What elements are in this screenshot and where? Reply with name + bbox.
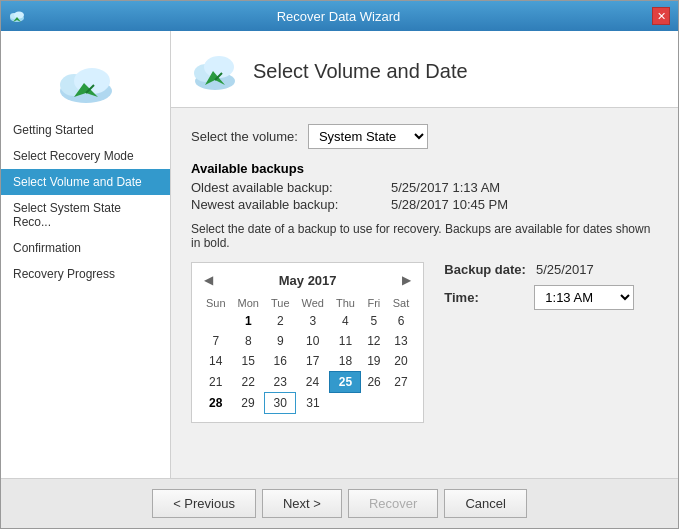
oldest-label: Oldest available backup: [191,180,371,195]
calendar-day[interactable]: 31 [296,393,330,414]
volume-label: Select the volume: [191,129,298,144]
calendar-day[interactable]: 29 [232,393,265,414]
newest-label: Newest available backup: [191,197,371,212]
calendar-date-section: ◀ May 2017 ▶ SunMonTueWedThuFriSat123456… [191,262,658,423]
svg-point-2 [14,12,24,19]
time-select[interactable]: 1:13 AM10:45 PM [534,285,634,310]
calendar-day[interactable]: 28 [200,393,232,414]
calendar-day[interactable]: 7 [200,331,232,351]
calendar-next-button[interactable]: ▶ [398,271,415,289]
calendar-day[interactable]: 8 [232,331,265,351]
calendar-day[interactable]: 24 [296,372,330,393]
time-row: Time: 1:13 AM10:45 PM [444,285,634,310]
calendar-day[interactable]: 1 [232,311,265,331]
calendar-day[interactable]: 11 [330,331,361,351]
calendar-day[interactable]: 27 [387,372,416,393]
sidebar-item-getting-started[interactable]: Getting Started [1,117,170,143]
header-cloud-icon [191,47,239,95]
instruction-text: Select the date of a backup to use for r… [191,222,658,250]
app-icon [9,8,25,24]
backup-date-row: Backup date: 5/25/2017 [444,262,634,277]
calendar-day [361,393,387,414]
calendar-day[interactable]: 12 [361,331,387,351]
calendar-grid: SunMonTueWedThuFriSat1234567891011121314… [200,295,415,414]
calendar-day[interactable]: 22 [232,372,265,393]
cal-header-thu: Thu [330,295,361,311]
calendar-day[interactable]: 9 [265,331,296,351]
calendar-day[interactable]: 30 [265,393,296,414]
newest-value: 5/28/2017 10:45 PM [391,197,508,212]
footer-buttons: < Previous Next > Recover Cancel [1,478,678,528]
content-area: Getting StartedSelect Recovery ModeSelec… [1,31,678,478]
volume-select[interactable]: System StateLocal Disk (C:)Local Disk (D… [308,124,428,149]
newest-backup-row: Newest available backup: 5/28/2017 10:45… [191,197,658,212]
calendar-day[interactable]: 19 [361,351,387,372]
calendar-day[interactable]: 4 [330,311,361,331]
calendar-month-year: May 2017 [279,273,337,288]
calendar-day[interactable]: 18 [330,351,361,372]
calendar-day[interactable]: 14 [200,351,232,372]
sidebar-item-recovery-progress[interactable]: Recovery Progress [1,261,170,287]
title-bar: Recover Data Wizard ✕ [1,1,678,31]
calendar-day[interactable]: 25 [330,372,361,393]
oldest-value: 5/25/2017 1:13 AM [391,180,500,195]
calendar-day [387,393,416,414]
sidebar-item-select-recovery-mode[interactable]: Select Recovery Mode [1,143,170,169]
backup-date-label: Backup date: [444,262,526,277]
calendar: ◀ May 2017 ▶ SunMonTueWedThuFriSat123456… [191,262,424,423]
backup-info-title: Available backups [191,161,658,176]
calendar-day[interactable]: 26 [361,372,387,393]
calendar-day[interactable]: 23 [265,372,296,393]
calendar-day[interactable]: 2 [265,311,296,331]
volume-row: Select the volume: System StateLocal Dis… [191,124,658,149]
cal-header-sun: Sun [200,295,232,311]
window-title: Recover Data Wizard [25,9,652,24]
calendar-day[interactable]: 3 [296,311,330,331]
calendar-day[interactable]: 13 [387,331,416,351]
calendar-day[interactable]: 20 [387,351,416,372]
wizard-window: Recover Data Wizard ✕ Getting StartedSel… [0,0,679,529]
sidebar: Getting StartedSelect Recovery ModeSelec… [1,31,171,478]
calendar-day[interactable]: 21 [200,372,232,393]
calendar-day [330,393,361,414]
cal-header-sat: Sat [387,295,416,311]
close-button[interactable]: ✕ [652,7,670,25]
backup-date-value: 5/25/2017 [536,262,594,277]
calendar-day[interactable]: 17 [296,351,330,372]
page-title: Select Volume and Date [253,60,468,83]
sidebar-cloud-icon [56,57,116,105]
sidebar-item-select-volume-date[interactable]: Select Volume and Date [1,169,170,195]
calendar-day[interactable]: 15 [232,351,265,372]
previous-button[interactable]: < Previous [152,489,256,518]
main-header: Select Volume and Date [171,31,678,108]
cal-header-tue: Tue [265,295,296,311]
oldest-backup-row: Oldest available backup: 5/25/2017 1:13 … [191,180,658,195]
sidebar-logo-area [1,41,170,117]
backup-info-section: Available backups Oldest available backu… [191,161,658,212]
calendar-day[interactable]: 6 [387,311,416,331]
cal-header-mon: Mon [232,295,265,311]
calendar-day[interactable]: 5 [361,311,387,331]
next-button[interactable]: Next > [262,489,342,518]
time-label: Time: [444,290,524,305]
sidebar-item-confirmation[interactable]: Confirmation [1,235,170,261]
calendar-header: ◀ May 2017 ▶ [200,271,415,289]
main-body: Select the volume: System StateLocal Dis… [171,108,678,478]
calendar-prev-button[interactable]: ◀ [200,271,217,289]
cal-header-wed: Wed [296,295,330,311]
calendar-day[interactable]: 10 [296,331,330,351]
cal-header-fri: Fri [361,295,387,311]
sidebar-item-select-system-state[interactable]: Select System State Reco... [1,195,170,235]
date-time-section: Backup date: 5/25/2017 Time: 1:13 AM10:4… [444,262,634,310]
calendar-day[interactable]: 16 [265,351,296,372]
cancel-button[interactable]: Cancel [444,489,526,518]
main-panel: Select Volume and Date Select the volume… [171,31,678,478]
calendar-day [200,311,232,331]
sidebar-nav: Getting StartedSelect Recovery ModeSelec… [1,117,170,287]
recover-button[interactable]: Recover [348,489,438,518]
